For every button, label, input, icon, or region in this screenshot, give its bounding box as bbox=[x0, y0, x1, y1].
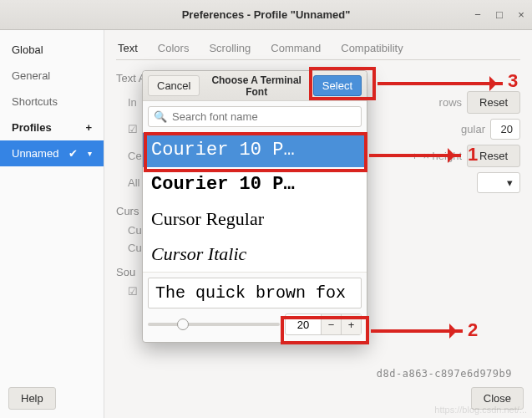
window-title: Preferences - Profile "Unnamed" bbox=[182, 8, 351, 21]
font-size-field[interactable]: 20 bbox=[490, 119, 520, 140]
size-decrease-button[interactable]: − bbox=[321, 314, 341, 334]
sidebar-item-shortcuts[interactable]: Shortcuts bbox=[0, 89, 104, 115]
font-item-cursor-regular[interactable]: Cursor Regular bbox=[143, 201, 367, 237]
annotation-arrow-3 bbox=[377, 82, 503, 85]
size-increase-button[interactable]: + bbox=[341, 314, 361, 334]
reset-button[interactable]: Reset bbox=[467, 91, 520, 114]
font-size-slider[interactable] bbox=[148, 323, 280, 326]
chevron-down-icon[interactable]: ▾ bbox=[88, 149, 92, 158]
add-profile-icon[interactable]: + bbox=[85, 121, 92, 134]
sidebar-profile-label: Unnamed bbox=[12, 147, 58, 160]
regular-label: gular bbox=[461, 123, 485, 135]
blinking-dropdown[interactable]: ▾ bbox=[477, 172, 520, 193]
annotation-number-2: 2 bbox=[468, 319, 478, 341]
tab-text[interactable]: Text bbox=[118, 42, 138, 54]
select-button[interactable]: Select bbox=[313, 75, 362, 96]
font-list: Courier 10 P… Courier 10 P… Cursor Regul… bbox=[143, 132, 367, 273]
maximize-icon[interactable]: □ bbox=[494, 9, 505, 21]
sidebar-item-general[interactable]: General bbox=[0, 63, 104, 89]
annotation-number-1: 1 bbox=[468, 144, 478, 166]
tab-command[interactable]: Command bbox=[271, 42, 321, 54]
search-icon: 🔍 bbox=[154, 110, 167, 123]
sidebar-global-header: Global bbox=[0, 37, 104, 63]
help-button[interactable]: Help bbox=[8, 387, 56, 410]
watermark-text: https://blog.csdn.net/... bbox=[434, 405, 527, 415]
font-search-input[interactable] bbox=[172, 110, 356, 123]
sidebar-item-unnamed[interactable]: Unnamed ✔ ▾ bbox=[0, 140, 104, 166]
tab-scrolling[interactable]: Scrolling bbox=[209, 42, 251, 54]
preferences-sidebar: Global General Shortcuts Profiles + Unna… bbox=[0, 30, 104, 418]
sidebar-profiles-header: Profiles + bbox=[0, 115, 104, 140]
window-titlebar: Preferences - Profile "Unnamed" − □ × bbox=[0, 0, 532, 30]
check-icon: ✔ bbox=[68, 147, 78, 160]
font-chooser-dialog: Cancel Choose A Terminal Font Select 🔍 C… bbox=[142, 70, 367, 343]
annotation-arrow-2 bbox=[371, 329, 463, 333]
close-window-icon[interactable]: × bbox=[515, 9, 527, 21]
annotation-arrow-1 bbox=[369, 154, 461, 157]
tab-colors[interactable]: Colors bbox=[158, 42, 190, 54]
dialog-title: Choose A Terminal Font bbox=[200, 74, 312, 98]
slider-thumb-icon[interactable] bbox=[177, 319, 189, 330]
annotation-number-3: 3 bbox=[508, 70, 518, 92]
tabs-bar: Text Colors Scrolling Command Compatibil… bbox=[116, 38, 520, 60]
font-size-value[interactable]: 20 bbox=[286, 315, 321, 334]
tab-compatibility[interactable]: Compatibility bbox=[341, 42, 403, 54]
font-preview: The quick brown fox bbox=[148, 278, 362, 308]
font-size-stepper: 20 − + bbox=[285, 314, 362, 335]
font-item-courier-10-pitch[interactable]: Courier 10 P… bbox=[143, 133, 367, 167]
sidebar-profiles-label: Profiles bbox=[12, 121, 52, 134]
font-item-courier-10-pitch-bold[interactable]: Courier 10 P… bbox=[143, 167, 367, 201]
rows-label: rows bbox=[439, 96, 462, 109]
cancel-button[interactable]: Cancel bbox=[148, 75, 200, 96]
font-search-box[interactable]: 🔍 bbox=[148, 106, 362, 127]
font-item-cursor-italic[interactable]: Cursor Italic bbox=[143, 237, 367, 272]
minimize-icon[interactable]: − bbox=[472, 9, 484, 21]
profile-id-text: d8d-a863-c897e6d979b9 bbox=[377, 368, 512, 380]
